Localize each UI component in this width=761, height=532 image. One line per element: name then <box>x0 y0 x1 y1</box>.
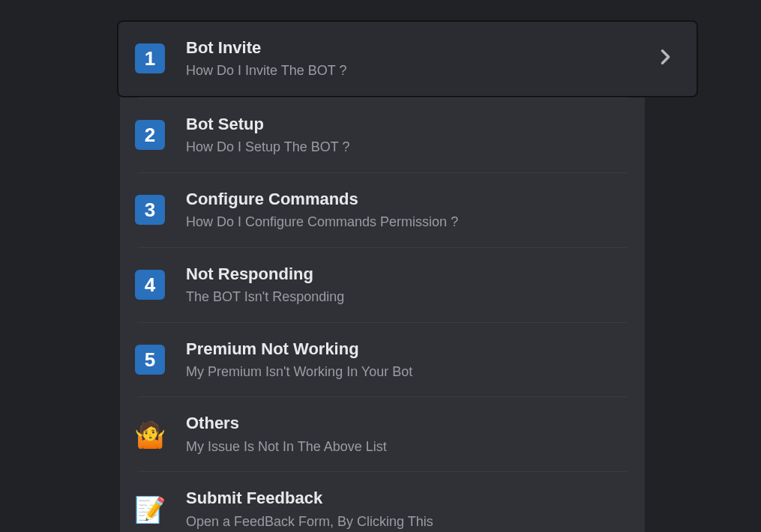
item-text: Bot Invite How Do I Invite The BOT ? <box>186 38 646 79</box>
number-badge-icon: 4 <box>135 270 165 300</box>
item-subtitle: My Issue Is Not In The Above List <box>186 438 627 456</box>
item-icon: 🤷 <box>135 420 165 450</box>
item-icon: 5 <box>135 345 165 375</box>
number-badge-icon: 2 <box>135 120 165 150</box>
menu-item-submit-feedback[interactable]: 📝 Submit Feedback Open a FeedBack Form, … <box>120 472 645 532</box>
number-badge-icon: 3 <box>135 195 165 225</box>
item-title: Bot Invite <box>186 38 646 58</box>
item-icon: 2 <box>135 120 165 150</box>
menu-item-configure-commands[interactable]: 3 Configure Commands How Do I Configure … <box>120 173 645 247</box>
item-title: Submit Feedback <box>186 489 627 508</box>
item-title: Bot Setup <box>186 115 627 134</box>
item-subtitle: Open a FeedBack Form, By Clicking This <box>186 513 627 531</box>
item-text: Others My Issue Is Not In The Above List <box>186 414 627 455</box>
select-menu: 1 Bot Invite How Do I Invite The BOT ? 2… <box>120 20 645 532</box>
number-badge-icon: 5 <box>135 345 165 375</box>
menu-item-premium-not-working[interactable]: 5 Premium Not Working My Premium Isn't W… <box>120 323 645 397</box>
item-title: Others <box>186 414 627 433</box>
item-text: Premium Not Working My Premium Isn't Wor… <box>186 339 627 381</box>
item-icon: 1 <box>135 43 165 73</box>
item-subtitle: The BOT Isn't Responding <box>186 288 627 306</box>
item-subtitle: How Do I Setup The BOT ? <box>186 139 627 156</box>
item-text: Submit Feedback Open a FeedBack Form, By… <box>186 489 627 530</box>
item-text: Not Responding The BOT Isn't Responding <box>186 265 627 306</box>
item-subtitle: How Do I Configure Commands Permission ? <box>186 214 627 231</box>
item-icon: 📝 <box>135 495 165 525</box>
item-icon: 4 <box>135 270 165 300</box>
item-title: Not Responding <box>186 265 627 284</box>
item-text: Bot Setup How Do I Setup The BOT ? <box>186 115 627 156</box>
number-badge-icon: 1 <box>135 43 165 73</box>
item-title: Configure Commands <box>186 190 627 209</box>
menu-item-not-responding[interactable]: 4 Not Responding The BOT Isn't Respondin… <box>120 248 645 322</box>
chevron-right-icon <box>655 46 676 70</box>
menu-item-bot-setup[interactable]: 2 Bot Setup How Do I Setup The BOT ? <box>120 98 645 172</box>
item-subtitle: My Premium Isn't Working In Your Bot <box>186 363 627 381</box>
shrug-icon: 🤷 <box>134 422 166 447</box>
item-subtitle: How Do I Invite The BOT ? <box>186 62 646 79</box>
pencil-note-icon: 📝 <box>134 497 166 522</box>
menu-item-others[interactable]: 🤷 Others My Issue Is Not In The Above Li… <box>120 397 645 471</box>
item-text: Configure Commands How Do I Configure Co… <box>186 190 627 231</box>
item-title: Premium Not Working <box>186 339 627 359</box>
menu-item-bot-invite[interactable]: 1 Bot Invite How Do I Invite The BOT ? <box>117 20 698 97</box>
item-icon: 3 <box>135 195 165 225</box>
